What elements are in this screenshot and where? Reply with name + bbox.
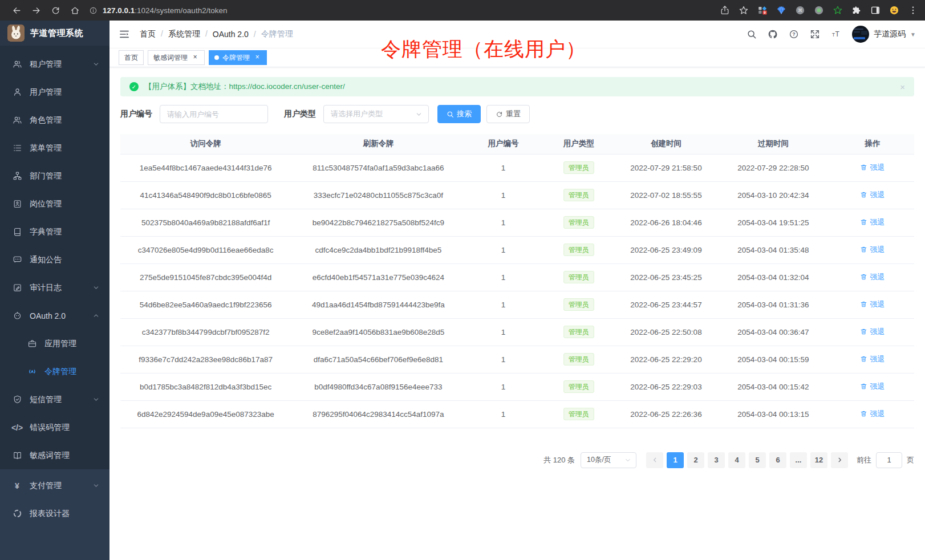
gem-icon[interactable] bbox=[776, 5, 786, 15]
force-logout-button[interactable]: 强退 bbox=[860, 163, 885, 173]
sidebar-item[interactable]: 报表设计器 bbox=[0, 500, 109, 527]
page-button[interactable]: 5 bbox=[749, 452, 766, 468]
sidebar-item[interactable]: ¥ 支付管理 bbox=[0, 472, 109, 500]
command-circle-icon[interactable] bbox=[795, 5, 805, 15]
sidebar-item[interactable]: 用户管理 bbox=[0, 78, 109, 106]
breadcrumb-item[interactable]: 系统管理 bbox=[168, 29, 213, 39]
help-icon[interactable] bbox=[789, 29, 799, 39]
sidebar-item[interactable]: 令牌管理 bbox=[0, 358, 109, 385]
force-logout-button[interactable]: 强退 bbox=[860, 382, 885, 392]
menu-dots-icon[interactable] bbox=[908, 5, 918, 15]
record-circle-icon[interactable] bbox=[814, 5, 824, 15]
share-icon[interactable] bbox=[720, 5, 730, 15]
search-icon[interactable] bbox=[747, 29, 757, 39]
sidebar-item[interactable]: 通知公告 bbox=[0, 246, 109, 274]
sidebar-item[interactable]: 租户管理 bbox=[0, 50, 109, 78]
sidebar-item[interactable]: 审计日志 bbox=[0, 274, 109, 302]
trash-icon bbox=[860, 355, 867, 363]
user-type-cell: 管理员 bbox=[541, 263, 616, 291]
force-logout-button[interactable]: 强退 bbox=[860, 299, 885, 310]
tab[interactable]: 首页 bbox=[119, 50, 144, 65]
page-size-select[interactable]: 10条/页 bbox=[581, 452, 636, 468]
github-icon[interactable] bbox=[768, 29, 778, 39]
expire-time-cell: 2054-03-04 00:15:59 bbox=[716, 346, 831, 373]
page-button[interactable]: 3 bbox=[708, 452, 725, 468]
goto-page-input[interactable] bbox=[876, 452, 902, 468]
forward-icon[interactable] bbox=[26, 6, 46, 15]
emoji-avatar-icon[interactable] bbox=[889, 5, 899, 15]
access-token-cell: 275e5de9151045fe87cbdc395e004f4d bbox=[120, 263, 291, 291]
column-header: 操作 bbox=[831, 134, 914, 154]
access-token-cell: 54d6be82ee5a460a9aedc1f9bf223656 bbox=[120, 291, 291, 318]
reload-icon[interactable] bbox=[46, 6, 65, 15]
user-type-cell: 管理员 bbox=[541, 236, 616, 263]
page-button[interactable]: 6 bbox=[769, 452, 786, 468]
sidebar-item[interactable]: 菜单管理 bbox=[0, 134, 109, 162]
address-bar[interactable]: 127.0.0.1:1024/system/oauth2/token bbox=[89, 6, 720, 15]
font-size-icon[interactable] bbox=[831, 29, 841, 39]
sidebar-menu-secondary: ¥ 支付管理 报表设计器 bbox=[0, 469, 109, 560]
refresh-token-cell: 49d1aa46d1454fbd87591444423be9fa bbox=[291, 291, 465, 318]
app-logo-row[interactable]: 芋道管理系统 bbox=[0, 21, 109, 46]
page-button[interactable]: 12 bbox=[810, 452, 827, 468]
refresh-token-cell: 8796295f04064c2983414cc54af1097a bbox=[291, 400, 465, 428]
sidebar-item[interactable]: 短信管理 bbox=[0, 385, 109, 413]
side-panel-icon[interactable] bbox=[870, 5, 881, 15]
tab[interactable]: 令牌管理 bbox=[209, 50, 267, 65]
back-icon[interactable] bbox=[7, 6, 26, 15]
close-icon[interactable] bbox=[191, 54, 199, 62]
green-star-icon[interactable] bbox=[833, 5, 843, 15]
fullscreen-icon[interactable] bbox=[810, 29, 820, 39]
force-logout-button[interactable]: 强退 bbox=[860, 354, 885, 364]
access-token-cell: c342377bf8b344799dcbf7bf095287f2 bbox=[120, 318, 291, 346]
browser-toolbar: 127.0.0.1:1024/system/oauth2/token bbox=[0, 0, 925, 21]
doc-link[interactable]: https://doc.iocoder.cn/user-center/ bbox=[229, 82, 345, 91]
search-icon bbox=[447, 111, 454, 118]
sidebar-item[interactable]: 字典管理 bbox=[0, 218, 109, 246]
sidebar-item[interactable]: 岗位管理 bbox=[0, 190, 109, 218]
trash-icon bbox=[860, 191, 867, 198]
sidebar-item[interactable]: </> 错误码管理 bbox=[0, 413, 109, 441]
next-page-button[interactable] bbox=[831, 452, 848, 468]
puzzle-icon[interactable] bbox=[851, 5, 862, 15]
force-logout-button[interactable]: 强退 bbox=[860, 190, 885, 200]
sidebar-item[interactable]: 部门管理 bbox=[0, 162, 109, 190]
user-id-input[interactable] bbox=[160, 105, 268, 123]
force-logout-button[interactable]: 强退 bbox=[860, 217, 885, 228]
bookmark-star-icon[interactable] bbox=[739, 5, 749, 15]
close-icon[interactable] bbox=[253, 54, 261, 62]
breadcrumb-item[interactable]: 首页 bbox=[140, 29, 168, 39]
expire-time-cell: 2054-03-04 01:32:04 bbox=[716, 263, 831, 291]
refresh-token-cell: 9ce8ef2aa9f14056b831ae9b608e28d5 bbox=[291, 318, 465, 346]
reset-button[interactable]: 重置 bbox=[486, 105, 530, 123]
home-icon[interactable] bbox=[65, 6, 84, 15]
breadcrumb-item[interactable]: OAuth 2.0 bbox=[213, 30, 261, 39]
force-logout-button[interactable]: 强退 bbox=[860, 409, 885, 419]
navbar-icons bbox=[747, 29, 841, 39]
breadcrumb-item[interactable]: 令牌管理 bbox=[261, 29, 293, 39]
trash-icon bbox=[860, 218, 867, 226]
sidebar-item[interactable]: 敏感词管理 bbox=[0, 441, 109, 469]
tab[interactable]: 敏感词管理 bbox=[148, 50, 205, 65]
force-logout-button[interactable]: 强退 bbox=[860, 245, 885, 255]
page-button[interactable]: 4 bbox=[728, 452, 745, 468]
search-button[interactable]: 搜索 bbox=[437, 105, 481, 123]
user-type-select[interactable]: 请选择用户类型 bbox=[323, 105, 429, 123]
notice-bar: 【用户体系】文档地址：https://doc.iocoder.cn/user-c… bbox=[120, 77, 914, 96]
sidebar-item[interactable]: 应用管理 bbox=[0, 330, 109, 358]
sidebar-item[interactable]: 角色管理 bbox=[0, 106, 109, 134]
hamburger-icon[interactable] bbox=[119, 29, 130, 40]
extensions-badge-icon[interactable] bbox=[757, 5, 768, 15]
column-header: 用户类型 bbox=[541, 134, 616, 154]
prev-page-button[interactable] bbox=[646, 452, 663, 468]
force-logout-button[interactable]: 强退 bbox=[860, 327, 885, 337]
user-menu[interactable]: 芋道源码 ▼ bbox=[852, 26, 916, 43]
site-info-icon[interactable] bbox=[89, 6, 98, 15]
sidebar-item[interactable]: OAuth 2.0 bbox=[0, 302, 109, 330]
force-logout-button[interactable]: 强退 bbox=[860, 272, 885, 282]
page-button[interactable]: ... bbox=[790, 452, 807, 468]
close-icon[interactable] bbox=[900, 82, 905, 92]
page-button[interactable]: 1 bbox=[667, 452, 684, 468]
post-badge-icon bbox=[12, 199, 22, 209]
page-button[interactable]: 2 bbox=[687, 452, 704, 468]
